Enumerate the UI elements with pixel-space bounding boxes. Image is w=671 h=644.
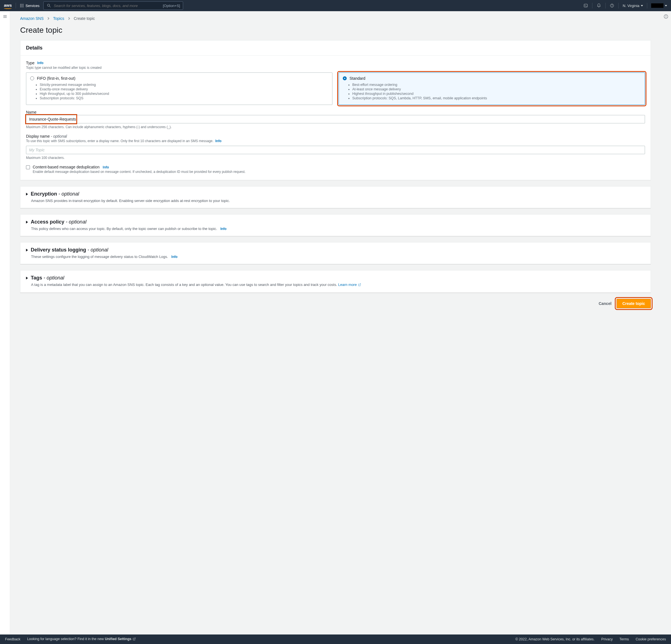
external-link-icon <box>132 637 136 642</box>
access-policy-toggle[interactable]: Access policy - optional <box>26 219 645 225</box>
info-icon[interactable] <box>663 15 669 20</box>
learn-more-link[interactable]: Learn more <box>338 283 361 287</box>
name-label: Name <box>26 110 36 114</box>
access-title: Access policy <box>31 219 64 225</box>
radio-icon <box>343 76 347 80</box>
search-input[interactable] <box>54 4 161 8</box>
tags-panel: Tags - optional A tag is a metadata labe… <box>20 270 651 293</box>
dedup-info-link[interactable]: Info <box>103 165 109 169</box>
cookie-link[interactable]: Cookie preferences <box>636 637 666 641</box>
display-name-label: Display name <box>26 134 50 138</box>
delivery-desc: These settings configure the logging of … <box>31 255 168 259</box>
divider <box>16 3 16 9</box>
breadcrumb-topics[interactable]: Topics <box>53 16 64 21</box>
cloudshell-icon[interactable] <box>583 3 588 8</box>
global-search[interactable]: [Option+S] <box>43 1 183 10</box>
breadcrumb-current: Create topic <box>74 16 95 21</box>
svg-rect-2 <box>584 4 587 7</box>
optional-marker: - optional <box>88 247 108 252</box>
chevron-down-icon <box>665 5 667 7</box>
type-info-link[interactable]: Info <box>37 61 43 65</box>
fifo-bullet: High throughput, up to 300 publishes/sec… <box>40 92 328 96</box>
services-label: Services <box>25 4 39 8</box>
unified-settings-link[interactable]: Unified Settings <box>105 637 136 641</box>
access-info-link[interactable]: Info <box>220 227 227 231</box>
standard-bullet: At-least once message delivery <box>352 87 641 91</box>
type-label: Type <box>26 61 34 65</box>
bell-icon[interactable] <box>596 3 602 8</box>
region-label: N. Virginia <box>623 4 640 8</box>
lang-hint: Looking for language selection? Find it … <box>27 637 105 641</box>
divider <box>618 3 619 9</box>
display-name-input[interactable] <box>26 146 645 154</box>
delivery-info-link[interactable]: Info <box>172 255 178 259</box>
details-header: Details <box>21 40 650 56</box>
access-desc: This policy defines who can access your … <box>31 227 217 231</box>
optional-marker: - optional <box>66 219 86 225</box>
details-panel: Details Type Info Topic type cannot be m… <box>20 40 651 180</box>
divider <box>647 3 647 9</box>
encryption-panel: Encryption - optional Amazon SNS provide… <box>20 186 651 208</box>
create-topic-button[interactable]: Create topic <box>617 299 651 308</box>
optional-marker: - optional <box>43 275 64 281</box>
top-nav: aws Services [Option+S] N. Virginia <box>0 0 671 11</box>
encryption-title: Encryption <box>31 191 57 197</box>
display-info-link[interactable]: Info <box>215 139 221 143</box>
search-icon <box>47 3 51 8</box>
delivery-panel: Delivery status logging - optional These… <box>20 242 651 264</box>
chevron-right-icon <box>68 16 71 21</box>
cancel-button[interactable]: Cancel <box>597 299 612 308</box>
breadcrumb: Amazon SNS Topics Create topic <box>20 16 651 21</box>
svg-point-0 <box>48 4 50 7</box>
terms-link[interactable]: Terms <box>620 637 629 641</box>
footer-bar: Feedback Looking for language selection?… <box>0 634 671 644</box>
help-icon[interactable] <box>609 3 615 8</box>
standard-bullet: Best-effort message ordering <box>352 83 641 87</box>
svg-point-11 <box>666 15 666 16</box>
chevron-right-icon <box>47 16 50 21</box>
feedback-link[interactable]: Feedback <box>5 637 21 641</box>
account-menu[interactable] <box>651 3 667 8</box>
breadcrumb-sns[interactable]: Amazon SNS <box>20 16 43 21</box>
caret-right-icon <box>26 277 28 280</box>
region-selector[interactable]: N. Virginia <box>623 4 643 8</box>
optional-marker: - optional <box>59 191 79 197</box>
services-menu[interactable]: Services <box>20 4 39 8</box>
delivery-toggle[interactable]: Delivery status logging - optional <box>26 247 645 253</box>
radio-standard[interactable]: Standard Best-effort message ordering At… <box>339 73 645 105</box>
caret-right-icon <box>26 249 28 251</box>
privacy-link[interactable]: Privacy <box>602 637 613 641</box>
svg-line-1 <box>50 6 51 7</box>
chevron-down-icon <box>641 5 643 7</box>
grid-icon <box>20 4 24 8</box>
divider <box>592 3 593 9</box>
encryption-desc: Amazon SNS provides in-transit encryptio… <box>31 199 645 203</box>
radio-icon <box>30 76 34 80</box>
right-rail <box>661 11 671 634</box>
external-link-icon <box>358 283 361 287</box>
radio-fifo[interactable]: FIFO (first-in, first-out) Strictly-pres… <box>26 73 332 105</box>
tags-title: Tags <box>31 275 42 281</box>
tags-desc: A tag is a metadata label that you can a… <box>31 283 337 287</box>
delivery-title: Delivery status logging <box>31 247 86 252</box>
display-hint: Maximum 100 characters. <box>26 156 645 160</box>
caret-right-icon <box>26 221 28 224</box>
caret-right-icon <box>26 193 28 196</box>
aws-logo[interactable]: aws <box>4 3 12 9</box>
dedup-desc: Enable default message deduplication bas… <box>33 170 245 174</box>
search-shortcut: [Option+S] <box>163 4 180 8</box>
fifo-title: FIFO (first-in, first-out) <box>37 76 75 80</box>
tags-toggle[interactable]: Tags - optional <box>26 275 645 281</box>
encryption-toggle[interactable]: Encryption - optional <box>26 191 645 197</box>
dedup-checkbox[interactable] <box>26 165 30 169</box>
type-desc: Topic type cannot be modified after topi… <box>26 66 645 70</box>
optional-marker: - optional <box>51 134 67 138</box>
main-content: Amazon SNS Topics Create topic Create to… <box>10 11 661 634</box>
copyright: © 2022, Amazon Web Services, Inc. or its… <box>515 637 594 641</box>
access-policy-panel: Access policy - optional This policy def… <box>20 214 651 236</box>
hamburger-icon[interactable] <box>2 15 8 20</box>
standard-bullet: Subscription protocols: SQS, Lambda, HTT… <box>352 96 641 100</box>
dedup-label: Content-based message deduplication <box>33 165 100 169</box>
name-input[interactable] <box>26 115 645 123</box>
display-name-desc: To use this topic with SMS subscriptions… <box>26 139 213 143</box>
